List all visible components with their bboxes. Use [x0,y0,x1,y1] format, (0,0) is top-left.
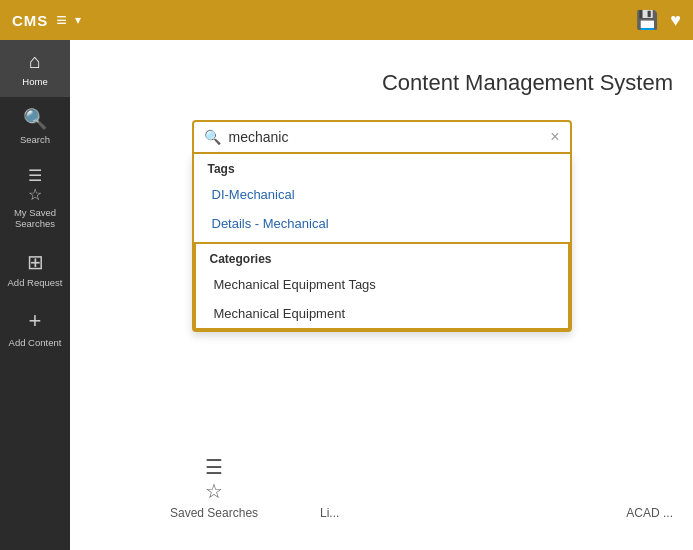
app-name: CMS [12,12,48,29]
home-icon: ⌂ [29,50,41,73]
topbar-right: 💾 ♥ [636,9,681,31]
search-input-wrapper: 🔍 × [192,120,572,154]
categories-section: Categories Mechanical Equipment Tags Mec… [194,242,570,330]
sidebar-item-add-request[interactable]: ⊞ Add Request [0,240,70,298]
tag-item-di-mechanical[interactable]: DI-Mechanical [194,180,570,209]
page-title: Content Management System [70,40,693,116]
acad-label: ACAD ... [626,506,673,520]
sidebar: ⌂ Home 🔍 Search ☰☆ My Saved Searches ⊞ A… [0,40,70,550]
search-dropdown: Tags DI-Mechanical Details - Mechanical … [192,154,572,332]
saved-searches-label: Saved Searches [170,506,258,520]
add-request-icon: ⊞ [27,250,44,274]
sidebar-item-add-content[interactable]: + Add Content [0,298,70,358]
sidebar-item-search[interactable]: 🔍 Search [0,97,70,155]
tag-item-details-mechanical[interactable]: Details - Mechanical [194,209,570,238]
layout: ⌂ Home 🔍 Search ☰☆ My Saved Searches ⊞ A… [0,40,693,550]
topbar-left: CMS ≡ ▾ [12,10,81,31]
tags-header: Tags [194,154,570,180]
category-item-mechanical-equipment[interactable]: Mechanical Equipment [196,299,568,328]
sidebar-item-saved-searches[interactable]: ☰☆ My Saved Searches [0,156,70,240]
main-content: Content Management System 🔍 × Tags DI-Me… [70,40,693,550]
clear-search-button[interactable]: × [550,128,559,146]
save-icon[interactable]: 💾 [636,9,658,31]
categories-header: Categories [196,244,568,270]
saved-searches-icon: ☰☆ [28,166,42,204]
search-icon: 🔍 [23,107,48,131]
heart-icon[interactable]: ♥ [670,10,681,31]
saved-searches-list-icon: ☰☆ [205,455,223,503]
library-label: Li... [320,506,339,520]
chevron-down-icon[interactable]: ▾ [75,13,81,27]
tags-section: Tags DI-Mechanical Details - Mechanical [194,154,570,238]
hamburger-icon[interactable]: ≡ [56,10,67,31]
topbar: CMS ≡ ▾ 💾 ♥ [0,0,693,40]
category-item-mechanical-equipment-tags[interactable]: Mechanical Equipment Tags [196,270,568,299]
search-container: 🔍 × Tags DI-Mechanical Details - Mechani… [192,120,572,332]
sidebar-item-home[interactable]: ⌂ Home [0,40,70,97]
search-input[interactable] [229,129,547,145]
add-content-icon: + [29,308,42,334]
search-field-icon: 🔍 [204,129,221,145]
saved-searches-nav: ☰☆ Saved Searches [170,455,258,520]
